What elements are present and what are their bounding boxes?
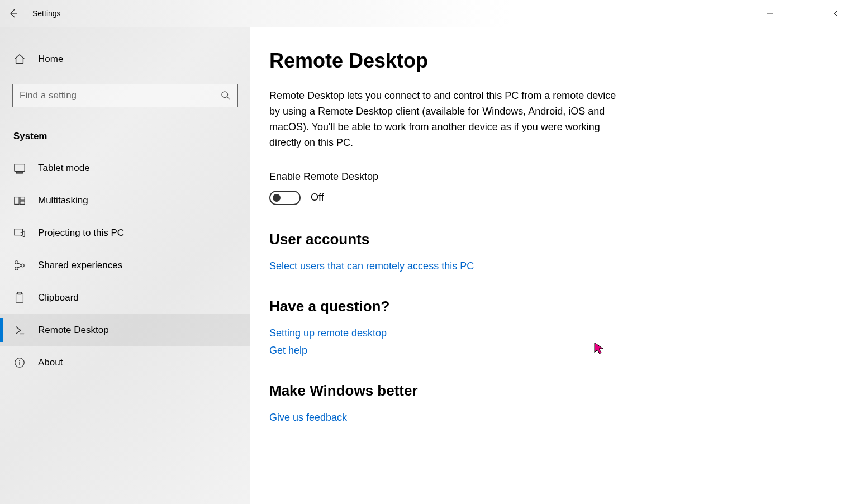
projecting-icon xyxy=(13,227,26,239)
svg-point-22 xyxy=(19,360,20,361)
svg-point-5 xyxy=(222,92,228,98)
enable-remote-desktop-toggle[interactable] xyxy=(269,191,301,205)
svg-point-15 xyxy=(15,267,18,270)
toggle-state-label: Off xyxy=(311,192,324,203)
svg-line-17 xyxy=(18,266,21,268)
feedback-link[interactable]: Give us feedback xyxy=(269,412,817,424)
get-help-link[interactable]: Get help xyxy=(269,345,817,356)
page-description: Remote Desktop lets you connect to and c… xyxy=(269,88,621,151)
back-button[interactable] xyxy=(0,0,27,27)
titlebar: Settings xyxy=(0,0,851,27)
app-title: Settings xyxy=(27,9,61,18)
nav-label: Shared experiences xyxy=(38,260,122,271)
user-accounts-section: User accounts Select users that can remo… xyxy=(269,231,817,272)
home-label: Home xyxy=(38,54,63,65)
minimize-icon xyxy=(767,10,773,17)
svg-rect-9 xyxy=(15,197,19,205)
about-icon xyxy=(13,356,26,369)
sidebar-item-remote-desktop[interactable]: Remote Desktop xyxy=(0,314,250,346)
sidebar-item-multitasking[interactable]: Multitasking xyxy=(0,184,250,217)
nav-label: About xyxy=(38,357,63,368)
nav-label: Remote Desktop xyxy=(38,325,109,336)
nav-label: Projecting to this PC xyxy=(38,227,124,239)
svg-point-13 xyxy=(15,261,18,264)
svg-point-14 xyxy=(21,264,25,267)
svg-rect-7 xyxy=(15,164,25,172)
remote-desktop-icon xyxy=(13,324,26,336)
shared-icon xyxy=(13,259,26,272)
search-container xyxy=(0,74,250,107)
user-accounts-heading: User accounts xyxy=(269,231,817,248)
svg-line-6 xyxy=(227,97,230,100)
clipboard-icon xyxy=(13,292,26,304)
svg-line-16 xyxy=(18,263,21,265)
svg-rect-8 xyxy=(17,172,23,173)
multitasking-icon xyxy=(13,194,26,207)
sidebar-item-projecting[interactable]: Projecting to this PC xyxy=(0,217,250,249)
svg-rect-2 xyxy=(800,11,805,16)
sidebar-item-tablet-mode[interactable]: Tablet mode xyxy=(0,152,250,184)
home-nav[interactable]: Home xyxy=(0,45,250,74)
back-arrow-icon xyxy=(8,8,19,19)
setup-link[interactable]: Setting up remote desktop xyxy=(269,327,817,339)
search-icon xyxy=(221,91,231,101)
toggle-row: Off xyxy=(269,191,817,205)
make-better-section: Make Windows better Give us feedback xyxy=(269,382,817,424)
sidebar-item-about[interactable]: About xyxy=(0,346,250,379)
nav-label: Clipboard xyxy=(38,292,79,303)
make-better-heading: Make Windows better xyxy=(269,382,817,400)
minimize-button[interactable] xyxy=(754,0,786,27)
svg-rect-10 xyxy=(20,197,25,201)
close-button[interactable] xyxy=(819,0,851,27)
enable-label: Enable Remote Desktop xyxy=(269,171,817,183)
sidebar-item-shared-experiences[interactable]: Shared experiences xyxy=(0,249,250,282)
sidebar-item-clipboard[interactable]: Clipboard xyxy=(0,282,250,314)
nav-label: Multitasking xyxy=(38,195,88,206)
nav-label: Tablet mode xyxy=(38,163,90,174)
maximize-button[interactable] xyxy=(786,0,819,27)
svg-rect-11 xyxy=(20,201,25,205)
select-users-link[interactable]: Select users that can remotely access th… xyxy=(269,260,817,272)
tablet-icon xyxy=(13,162,26,174)
close-icon xyxy=(831,10,838,17)
question-heading: Have a question? xyxy=(269,298,817,315)
svg-rect-12 xyxy=(15,229,23,235)
window-controls xyxy=(754,0,851,27)
page-title: Remote Desktop xyxy=(269,49,817,73)
sidebar: Home System Tablet mode Multitasking Pro… xyxy=(0,27,250,504)
toggle-knob xyxy=(273,194,281,202)
main-content: Remote Desktop Remote Desktop lets you c… xyxy=(250,27,851,504)
search-box[interactable] xyxy=(12,84,238,107)
search-input[interactable] xyxy=(20,90,221,101)
section-header: System xyxy=(0,107,250,152)
home-icon xyxy=(13,53,26,65)
question-section: Have a question? Setting up remote deskt… xyxy=(269,298,817,356)
maximize-icon xyxy=(799,10,806,17)
svg-rect-18 xyxy=(16,293,23,303)
